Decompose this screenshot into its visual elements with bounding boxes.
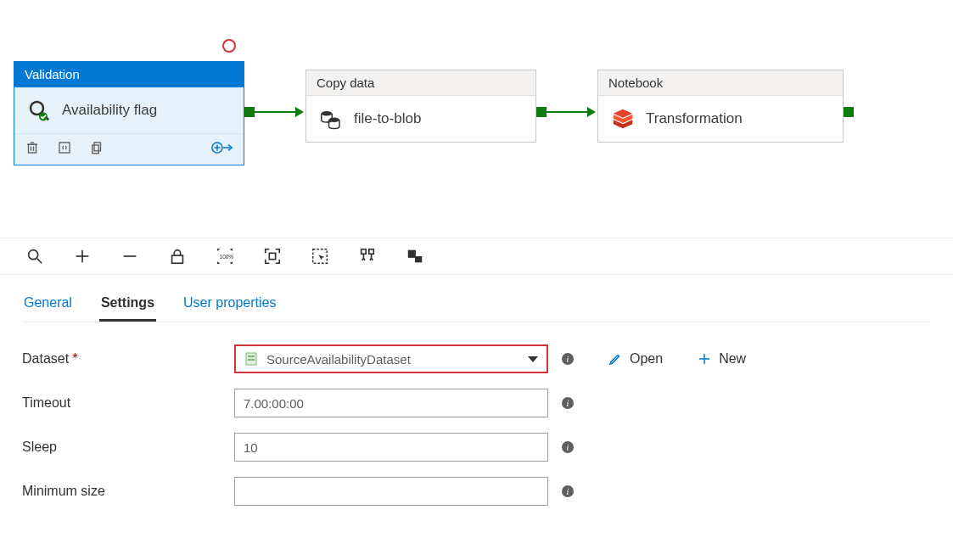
open-button[interactable]: Open (608, 351, 663, 367)
zoom-out-icon[interactable] (121, 247, 139, 266)
svg-rect-10 (92, 145, 99, 154)
breakpoint-indicator[interactable] (222, 39, 236, 53)
database-copy-icon (318, 106, 344, 132)
minimum-size-input[interactable] (234, 477, 548, 506)
lock-icon[interactable] (168, 247, 187, 266)
minimap-icon[interactable] (406, 247, 424, 266)
databricks-icon (610, 106, 636, 132)
timeout-label: Timeout (22, 395, 226, 411)
connector-line (255, 111, 295, 113)
activity-body: file-to-blob (306, 96, 535, 142)
activity-notebook[interactable]: Notebook Transformation (597, 70, 844, 143)
row-timeout: Timeout i (22, 389, 931, 417)
info-icon[interactable]: i (562, 353, 574, 365)
activity-name: file-to-blob (354, 110, 421, 127)
svg-rect-24 (269, 253, 275, 259)
search-icon[interactable] (25, 247, 44, 266)
zoom-in-icon[interactable] (73, 247, 92, 266)
svg-point-17 (29, 250, 38, 260)
add-output-icon[interactable] (211, 139, 233, 156)
tab-general[interactable]: General (22, 288, 74, 322)
sleep-input[interactable] (234, 433, 548, 462)
new-button[interactable]: New (697, 351, 746, 367)
activity-body: Availability flag (14, 87, 244, 133)
svg-rect-9 (94, 143, 101, 151)
property-tabs: General Settings User properties (22, 288, 931, 322)
activity-body: Transformation (598, 96, 843, 142)
validate-icon (26, 98, 52, 123)
row-dataset: Dataset* SourceAvailabilityDataset i Ope… (22, 344, 931, 373)
info-icon[interactable]: i (562, 441, 574, 453)
activity-name: Availability flag (62, 102, 157, 119)
code-icon[interactable] (57, 140, 72, 155)
info-icon[interactable]: i (562, 397, 574, 409)
success-output-port[interactable] (844, 107, 854, 117)
svg-rect-3 (29, 144, 36, 153)
dataset-label: Dataset* (22, 351, 226, 367)
tab-user-properties[interactable]: User properties (182, 288, 277, 322)
row-sleep: Sleep i (22, 433, 931, 462)
svg-point-15 (322, 111, 333, 116)
open-label: Open (630, 351, 663, 367)
sleep-label: Sleep (22, 440, 226, 455)
svg-rect-32 (248, 359, 255, 361)
tab-settings[interactable]: Settings (99, 288, 156, 322)
dataset-file-icon (244, 352, 258, 366)
timeout-input[interactable] (234, 389, 548, 417)
svg-rect-27 (369, 249, 374, 255)
plus-icon (697, 351, 712, 367)
svg-rect-22 (172, 255, 183, 263)
chevron-down-icon (528, 356, 538, 362)
select-icon[interactable] (311, 247, 329, 266)
svg-rect-29 (415, 256, 422, 262)
clone-icon[interactable] (89, 140, 104, 155)
dataset-value: SourceAvailabilityDataset (266, 352, 528, 367)
delete-icon[interactable] (25, 140, 40, 155)
activity-validation[interactable]: Validation Availability flag (14, 61, 244, 165)
canvas-toolbar: 100% (0, 238, 953, 274)
svg-line-18 (37, 259, 42, 264)
pipeline-canvas[interactable]: Validation Availability flag (0, 0, 953, 238)
svg-text:100%: 100% (220, 254, 234, 260)
activity-mini-toolbar (14, 133, 244, 165)
new-label: New (719, 351, 746, 367)
edit-icon (608, 351, 623, 367)
properties-panel: General Settings User properties Dataset… (0, 274, 953, 546)
activity-type-label: Validation (14, 62, 244, 87)
svg-rect-31 (248, 356, 255, 357)
zoom-100-icon[interactable]: 100% (216, 247, 234, 266)
info-icon[interactable]: i (562, 485, 574, 497)
activity-type-label: Copy data (306, 70, 535, 96)
activity-type-label: Notebook (598, 70, 843, 96)
connector-line (547, 111, 587, 113)
dataset-dropdown[interactable]: SourceAvailabilityDataset (234, 344, 548, 373)
fit-to-screen-icon[interactable] (263, 247, 282, 266)
svg-point-16 (329, 118, 340, 123)
success-output-port[interactable] (244, 107, 255, 117)
row-minimum-size: Minimum size i (22, 477, 931, 506)
connector-arrowhead (587, 107, 596, 117)
activity-name: Transformation (646, 110, 743, 127)
svg-rect-26 (362, 249, 367, 255)
svg-rect-28 (408, 250, 416, 258)
success-output-port[interactable] (536, 107, 547, 117)
svg-point-0 (31, 102, 43, 115)
svg-rect-8 (59, 143, 70, 153)
activity-copy-data[interactable]: Copy data file-to-blob (306, 70, 536, 143)
auto-align-icon[interactable] (358, 247, 377, 266)
connector-arrowhead (295, 107, 304, 117)
minimum-size-label: Minimum size (22, 484, 226, 499)
